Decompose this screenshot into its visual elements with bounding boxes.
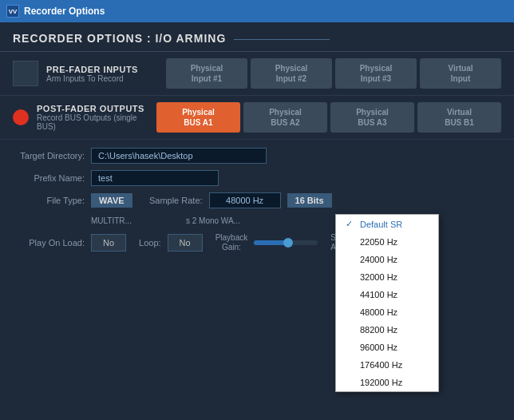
play-on-load-btn[interactable]: No: [91, 234, 126, 252]
loop-label: Loop:: [139, 238, 161, 248]
pre-fader-btn-4[interactable]: VirtualInput: [420, 58, 501, 89]
dropdown-label-192000: 192000 Hz: [360, 378, 402, 387]
post-fader-btn-2[interactable]: PhysicalBUS A2: [243, 102, 327, 133]
bit-depth-value: 16 Bits: [287, 193, 332, 208]
playback-gain-slider-container: [254, 240, 318, 245]
pre-fader-subtitle: Arm Inputs To Record: [46, 74, 158, 83]
pre-fader-buttons: PhysicalInput #1 PhysicalInput #2 Physic…: [166, 58, 501, 89]
file-type-value: WAVE: [91, 193, 132, 208]
play-on-load-label: Play On Load:: [13, 238, 85, 248]
loop-btn[interactable]: No: [168, 234, 203, 252]
slider-thumb: [283, 238, 293, 248]
post-fader-subtitle: Record BUS Outputs (single BUS): [37, 113, 148, 131]
checkmark-icon: ✓: [346, 219, 355, 229]
post-fader-buttons: PhysicalBUS A1 PhysicalBUS A2 PhysicalBU…: [156, 102, 501, 133]
sample-rate-dropdown-btn[interactable]: 48000 Hz: [209, 192, 281, 208]
title-bar: VV Recorder Options: [0, 0, 514, 22]
pre-fader-title: PRE-FADER INPUTS: [46, 65, 158, 74]
dropdown-item-192000[interactable]: 192000 Hz: [336, 374, 438, 391]
dropdown-label-88200: 88200 Hz: [360, 325, 397, 335]
dropdown-label-22050: 22050 Hz: [360, 237, 397, 247]
dropdown-label-176400: 176400 Hz: [360, 360, 402, 370]
dropdown-item-176400[interactable]: 176400 Hz: [336, 356, 438, 374]
app-icon: VV: [6, 5, 19, 18]
post-fader-btn-3[interactable]: PhysicalBUS A3: [330, 102, 414, 133]
post-fader-title: POST-FADER OUTPUTS: [37, 104, 148, 113]
dropdown-label-96000: 96000 Hz: [360, 343, 397, 352]
dropdown-item-44100[interactable]: 44100 Hz: [336, 286, 438, 303]
dropdown-item-88200[interactable]: 88200 Hz: [336, 321, 438, 339]
post-fader-row: POST-FADER OUTPUTS Record BUS Outputs (s…: [0, 96, 514, 140]
dropdown-label-24000: 24000 Hz: [360, 255, 397, 264]
prefix-name-row: Prefix Name:: [13, 170, 501, 186]
dropdown-label-48000: 48000 Hz: [360, 307, 397, 317]
sample-rate-label: Sample Rate:: [139, 196, 203, 205]
dropdown-item-24000[interactable]: 24000 Hz: [336, 251, 438, 268]
file-type-row: File Type: WAVE Sample Rate: 48000 Hz 16…: [13, 192, 501, 208]
pre-fader-row: PRE-FADER INPUTS Arm Inputs To Record Ph…: [0, 52, 514, 96]
dropdown-item-32000[interactable]: 32000 Hz: [336, 268, 438, 286]
section-title: RECORDER OPTIONS : I/O ARMING: [13, 32, 330, 45]
multitrack-text: MULTITR...: [91, 215, 132, 227]
pre-fader-btn-3[interactable]: PhysicalInput #3: [335, 58, 417, 89]
prefix-name-input[interactable]: [91, 170, 219, 186]
dropdown-item-default-sr[interactable]: ✓ Default SR: [336, 215, 438, 233]
dropdown-item-48000[interactable]: 48000 Hz: [336, 303, 438, 321]
pre-fader-btn-2[interactable]: PhysicalInput #2: [251, 58, 332, 89]
pre-fader-icon: [13, 61, 38, 86]
dropdown-label-44100: 44100 Hz: [360, 290, 397, 299]
sample-rate-dropdown: ✓ Default SR 22050 Hz 24000 Hz 32000 Hz …: [335, 214, 439, 392]
post-fader-icon: [13, 109, 29, 125]
playback-gain-label: PlaybackGain:: [215, 233, 248, 252]
dropdown-item-22050[interactable]: 22050 Hz: [336, 233, 438, 251]
dropdown-label-32000: 32000 Hz: [360, 272, 397, 282]
slider-fill: [254, 240, 286, 245]
file-type-label: File Type:: [13, 196, 85, 205]
playback-gain-slider[interactable]: [254, 240, 318, 245]
target-directory-input[interactable]: [91, 148, 267, 164]
multitrack-extra: s 2 Mono WA...: [186, 215, 240, 227]
target-directory-label: Target Directory:: [13, 151, 85, 160]
prefix-name-label: Prefix Name:: [13, 173, 85, 183]
window-title: Recorder Options: [24, 6, 105, 17]
post-fader-btn-1[interactable]: PhysicalBUS A1: [156, 102, 240, 133]
section-header: RECORDER OPTIONS : I/O ARMING: [0, 22, 514, 52]
pre-fader-labels: PRE-FADER INPUTS Arm Inputs To Record: [46, 65, 158, 83]
post-fader-btn-4[interactable]: VirtualBUS B1: [417, 102, 501, 133]
pre-fader-btn-1[interactable]: PhysicalInput #1: [166, 58, 247, 89]
target-directory-row: Target Directory:: [13, 148, 501, 164]
dropdown-label-default-sr: Default SR: [360, 220, 402, 229]
post-fader-labels: POST-FADER OUTPUTS Record BUS Outputs (s…: [37, 104, 148, 131]
dropdown-item-96000[interactable]: 96000 Hz: [336, 339, 438, 356]
